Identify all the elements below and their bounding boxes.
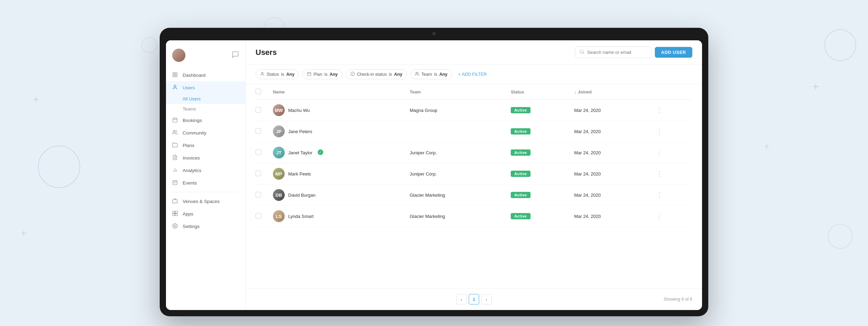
row-more-button[interactable]: ⋮ — [654, 128, 665, 135]
filter-status-verb: is — [281, 72, 284, 77]
calendar-icon — [172, 117, 178, 123]
row-checkbox[interactable] — [256, 128, 261, 134]
search-icon — [579, 49, 584, 55]
row-more-button[interactable]: ⋮ — [654, 106, 665, 114]
add-user-button[interactable]: ADD USER — [655, 47, 692, 58]
row-joined-cell: Mar 24, 2020 — [571, 206, 651, 227]
row-checkbox[interactable] — [256, 213, 261, 219]
row-more-button[interactable]: ⋮ — [654, 170, 665, 178]
user-name[interactable]: Mark Peets — [288, 171, 311, 177]
filter-checkin-label: Check-in status — [357, 72, 387, 77]
row-checkbox-cell — [256, 142, 269, 163]
sidebar-item-bookings[interactable]: Bookings — [166, 114, 245, 127]
next-page-button[interactable]: › — [481, 294, 492, 304]
svg-rect-36 — [173, 214, 175, 216]
sidebar-item-community[interactable]: Community — [166, 127, 245, 139]
row-team-cell: Glacier Marketing — [406, 206, 507, 227]
user-name[interactable]: Lynda Smart — [288, 214, 314, 219]
filters-bar: Status is Any Plan is Any — [246, 65, 702, 84]
filter-plan[interactable]: Plan is Any — [302, 70, 342, 79]
svg-rect-33 — [173, 200, 177, 203]
sidebar-item-label: Users — [183, 85, 195, 90]
avatar[interactable] — [172, 49, 185, 62]
row-name-cell: JP Jane Peters — [269, 121, 406, 142]
user-name[interactable]: David Burgan — [288, 193, 316, 198]
file-icon — [172, 155, 178, 161]
col-joined[interactable]: ↓ Joined — [571, 84, 651, 100]
status-badge: Active — [511, 128, 530, 135]
filter-team-verb: is — [434, 72, 437, 77]
row-team-cell: Glacier Marketing — [406, 185, 507, 206]
group-icon — [415, 72, 419, 77]
table-row: JP Jane Peters Active Mar 24, 2020 ⋮ — [256, 121, 692, 142]
chat-icon[interactable] — [232, 51, 239, 60]
filter-checkin-value: Any — [394, 72, 402, 77]
sidebar-item-venues[interactable]: Venues & Spaces — [166, 195, 245, 207]
sidebar-item-invoices[interactable]: Invoices — [166, 152, 245, 164]
main-content: Users ADD USER — [246, 40, 702, 310]
sidebar-item-analytics[interactable]: Analytics — [166, 164, 245, 177]
row-checkbox[interactable] — [256, 107, 261, 113]
sidebar-item-label: Venues & Spaces — [183, 199, 220, 204]
sidebar-item-apps[interactable]: Apps — [166, 207, 245, 220]
row-checkbox[interactable] — [256, 149, 261, 155]
row-checkbox-cell — [256, 185, 269, 206]
svg-rect-13 — [173, 73, 175, 74]
user-joined: Mar 24, 2020 — [574, 193, 601, 198]
sidebar-item-label: Apps — [183, 211, 193, 217]
search-input[interactable] — [587, 50, 647, 55]
pagination-info: Showing 6 of 6 — [663, 297, 692, 302]
add-filter-button[interactable]: + ADD FILTER — [456, 70, 490, 79]
sidebar-item-settings[interactable]: Settings — [166, 220, 245, 233]
user-name[interactable]: Machu Wu — [288, 108, 310, 113]
sidebar-subitem-teams[interactable]: Teams — [166, 104, 245, 114]
row-checkbox-cell — [256, 100, 269, 121]
row-checkbox-cell — [256, 121, 269, 142]
row-team-cell: Juniper Corp. — [406, 163, 507, 185]
row-joined-cell: Mar 24, 2020 — [571, 163, 651, 185]
sidebar-subitem-all-users[interactable]: All Users — [166, 94, 245, 104]
svg-text:+: + — [812, 80, 819, 93]
sidebar-item-plans[interactable]: Plans — [166, 139, 245, 152]
sidebar-item-users[interactable]: Users — [166, 81, 245, 94]
user-avatar: JP — [273, 125, 285, 137]
svg-text:+: + — [21, 228, 26, 238]
row-checkbox[interactable] — [256, 171, 261, 176]
row-joined-cell: Mar 24, 2020 — [571, 142, 651, 163]
search-box[interactable] — [575, 47, 651, 58]
pagination-bar: ‹ 1 › Showing 6 of 6 — [246, 288, 702, 310]
row-more-button[interactable]: ⋮ — [654, 149, 665, 156]
filter-status[interactable]: Status is Any — [256, 70, 299, 79]
user-team: Glacier Marketing — [410, 193, 445, 198]
filter-checkin[interactable]: Check-in status is Any — [346, 70, 407, 79]
row-more-button[interactable]: ⋮ — [654, 191, 665, 199]
row-status-cell: Active — [507, 163, 570, 185]
page-title: Users — [256, 48, 277, 57]
row-status-cell: Active — [507, 185, 570, 206]
user-team: Juniper Corp. — [410, 171, 437, 177]
grid-icon — [172, 72, 178, 78]
events-icon — [172, 180, 178, 186]
svg-rect-16 — [175, 75, 177, 77]
sidebar-item-events[interactable]: Events — [166, 177, 245, 189]
sidebar-item-label: Plans — [183, 143, 194, 148]
users-table: Name Team Status ↓ Joined — [256, 84, 692, 227]
prev-page-button[interactable]: ‹ — [456, 294, 467, 304]
current-page[interactable]: 1 — [469, 294, 479, 304]
sidebar-item-dashboard[interactable]: Dashboard — [166, 69, 245, 81]
sidebar-item-label: Community — [183, 130, 206, 136]
row-more-button[interactable]: ⋮ — [654, 212, 665, 220]
table-row: MP Mark Peets Juniper Corp. Active Mar 2… — [256, 163, 692, 185]
filter-team[interactable]: Team is Any — [410, 70, 452, 79]
row-checkbox[interactable] — [256, 192, 261, 197]
header-actions: ADD USER — [575, 47, 692, 58]
user-name[interactable]: Janet Taylor — [288, 150, 312, 155]
row-checkbox-cell — [256, 163, 269, 185]
filter-status-value: Any — [286, 72, 294, 77]
user-avatar: MP — [273, 168, 285, 180]
col-checkbox — [256, 84, 269, 100]
select-all-checkbox[interactable] — [256, 89, 261, 94]
sidebar-item-label: Bookings — [183, 118, 202, 123]
user-name[interactable]: Jane Peters — [288, 129, 312, 134]
table-row: LS Lynda Smart Glacier Marketing Active … — [256, 206, 692, 227]
